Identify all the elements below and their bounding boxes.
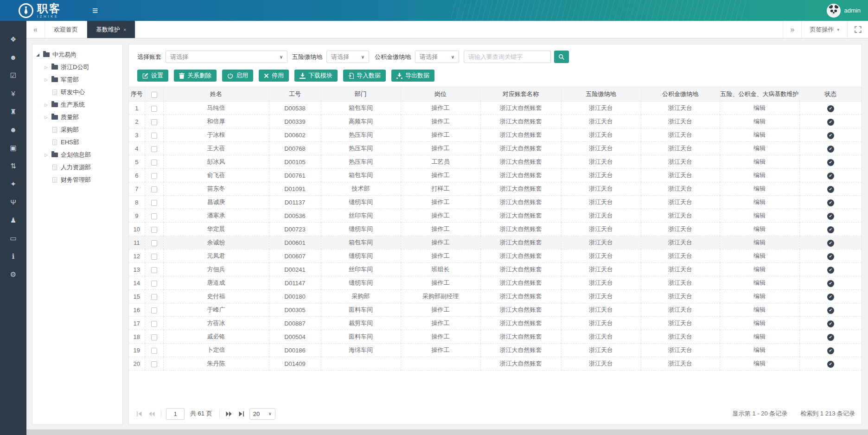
cell-edit-link[interactable]: 编辑 (720, 142, 799, 155)
last-page-icon[interactable] (237, 409, 246, 418)
row-checkbox[interactable] (151, 334, 157, 340)
row-checkbox[interactable] (151, 213, 157, 219)
row-checkbox[interactable] (151, 348, 157, 354)
table-row[interactable]: 13方佃兵D00241丝印车间班组长浙江大自然账套浙江天台浙江天台编辑✔ (129, 263, 862, 276)
tree-caret-icon[interactable]: ▷ (45, 153, 51, 157)
page-number-input[interactable]: 1 (166, 408, 185, 420)
import-data-button[interactable]: 导入数据 (343, 70, 386, 82)
devices-icon[interactable]: ▭ (0, 229, 26, 247)
export-data-button[interactable]: 导出数据 (391, 70, 434, 82)
tree-node[interactable]: 财务管理部 (36, 173, 119, 186)
row-checkbox[interactable] (151, 307, 157, 313)
cell-edit-link[interactable]: 编辑 (720, 303, 799, 317)
tabs-scroll-left-icon[interactable]: « (26, 21, 45, 38)
search-button[interactable] (554, 51, 569, 63)
tree-node[interactable]: ▷军需部 (36, 73, 119, 86)
first-page-icon[interactable] (134, 409, 144, 418)
cell-edit-link[interactable]: 编辑 (720, 182, 799, 196)
table-row[interactable]: 5彭冰风D00105热压车间工艺员浙江大自然账套浙江天台浙江天台编辑✔ (129, 155, 862, 169)
table-row[interactable]: 19卜定倍D00186海绵车间操作工浙江大自然账套浙江天台浙江天台编辑✔ (129, 344, 862, 357)
next-page-icon[interactable] (224, 409, 234, 418)
table-row[interactable]: 4王大蓓D00768热压车间操作工浙江大自然账套浙江天台浙江天台编辑✔ (129, 142, 862, 155)
table-row[interactable]: 18戚必铬D00504面料车间操作工浙江大自然账套浙江天台浙江天台编辑✔ (129, 330, 862, 344)
enable-button[interactable]: 启用 (222, 70, 253, 82)
settings-button[interactable]: 设置 (137, 70, 168, 82)
row-checkbox[interactable] (151, 200, 157, 206)
tree-node[interactable]: 采购部 (36, 123, 119, 136)
cell-edit-link[interactable]: 编辑 (720, 276, 799, 290)
cell-edit-link[interactable]: 编辑 (720, 223, 799, 236)
tabs-scroll-right-icon[interactable]: » (783, 21, 801, 38)
table-row[interactable]: 2和倍厚D00339高频车间操作工浙江大自然账套浙江天台浙江天台编辑✔ (129, 115, 862, 128)
row-checkbox[interactable] (151, 119, 157, 125)
row-checkbox[interactable] (151, 240, 157, 246)
tree-node[interactable]: EHS部 (36, 136, 119, 148)
row-checkbox[interactable] (151, 133, 157, 139)
select-all-checkbox[interactable] (151, 92, 157, 98)
cell-edit-link[interactable]: 编辑 (720, 249, 799, 263)
table-row[interactable]: 9潘寒承D00536丝印车间操作工浙江大自然账套浙江天台浙江天台编辑✔ (129, 209, 862, 223)
tree-caret-icon[interactable]: ▷ (45, 77, 51, 82)
briefcase-icon[interactable]: ▣ (0, 139, 26, 157)
cell-edit-link[interactable]: 编辑 (720, 155, 799, 169)
table-row[interactable]: 17方蓓冰D00887裁剪车间操作工浙江大自然账套浙江天台浙江天台编辑✔ (129, 317, 862, 330)
cell-edit-link[interactable]: 编辑 (720, 330, 799, 344)
cell-edit-link[interactable]: 编辑 (720, 102, 799, 115)
tree-node[interactable]: 人力资源部 (36, 161, 119, 173)
tree-node[interactable]: ◢中元易尚 (36, 48, 119, 61)
cell-edit-link[interactable]: 编辑 (720, 169, 799, 182)
row-checkbox[interactable] (151, 321, 157, 327)
row-checkbox[interactable] (151, 281, 157, 287)
tree-node[interactable]: ▷浙江D公司 (36, 61, 119, 73)
training-icon[interactable]: ✦ (0, 175, 26, 193)
row-checkbox[interactable] (151, 173, 157, 179)
cell-edit-link[interactable]: 编辑 (720, 290, 799, 303)
table-row[interactable]: 8昌诚庚D01137缝纫车间操作工浙江大自然账套浙江天台浙江天台编辑✔ (129, 196, 862, 209)
tree-node[interactable]: ▷质量部 (36, 111, 119, 123)
profile-icon[interactable]: ♟ (0, 211, 26, 229)
close-icon[interactable]: × (123, 27, 126, 32)
modules-icon[interactable]: ❖ (0, 30, 26, 48)
tree-caret-icon[interactable]: ▷ (45, 102, 51, 107)
keyword-search-input[interactable] (464, 51, 551, 63)
tab-1[interactable]: 欢迎首页 (45, 21, 87, 38)
table-row[interactable]: 10华定晨D00723缝纫车间操作工浙江大自然账套浙江天台浙江天台编辑✔ (129, 223, 862, 236)
cell-edit-link[interactable]: 编辑 (720, 357, 799, 371)
row-checkbox[interactable] (151, 361, 157, 367)
row-checkbox[interactable] (151, 106, 157, 112)
row-checkbox[interactable] (151, 227, 157, 233)
row-checkbox[interactable] (151, 294, 157, 300)
org-icon[interactable]: Ψ (0, 193, 26, 211)
salary-icon[interactable]: ¥ (0, 84, 26, 102)
table-row[interactable]: 11余诚纷D00601箱包车间操作工浙江大自然账套浙江天台浙江天台编辑✔ (129, 236, 862, 249)
cell-edit-link[interactable]: 编辑 (720, 209, 799, 223)
cell-edit-link[interactable]: 编辑 (720, 263, 799, 276)
tree-node[interactable]: ▷生产系统 (36, 98, 119, 111)
tree-node[interactable]: 研发中心 (36, 86, 119, 98)
info-icon[interactable]: ℹ (0, 247, 26, 265)
row-checkbox[interactable] (151, 160, 157, 166)
insurance-place-select[interactable]: 请选择∨ (326, 51, 369, 63)
row-checkbox[interactable] (151, 254, 157, 260)
cell-edit-link[interactable]: 编辑 (720, 115, 799, 128)
team-icon[interactable]: ☻ (0, 121, 26, 139)
insurance-icon[interactable]: ♜ (0, 102, 26, 121)
attendance-icon[interactable]: ⇅ (0, 157, 26, 175)
table-row[interactable]: 1马纯倍D00538箱包车间操作工浙江大自然账套浙江天台浙江天台编辑✔ (129, 102, 862, 115)
tree-caret-icon[interactable]: ▷ (45, 115, 51, 120)
cell-edit-link[interactable]: 编辑 (720, 344, 799, 357)
table-row[interactable]: 7苗东冬D01091技术部打样工浙江大自然账套浙江天台浙江天台编辑✔ (129, 182, 862, 196)
approvals-icon[interactable]: ☑ (0, 66, 26, 84)
user-menu[interactable]: admin (827, 4, 868, 18)
row-checkbox[interactable] (151, 186, 157, 192)
download-template-button[interactable]: 下载模块 (294, 70, 338, 82)
table-row[interactable]: 15史付福D00180采购部采购部副经理浙江大自然账套浙江天台浙江天台编辑✔ (129, 290, 862, 303)
cell-edit-link[interactable]: 编辑 (720, 236, 799, 249)
tree-caret-icon[interactable]: ▷ (45, 65, 51, 70)
account-select[interactable]: 请选择∨ (166, 51, 287, 63)
settings-icon[interactable]: ⚙ (0, 265, 26, 283)
tab-operations-dropdown[interactable]: 页签操作 ▾ (801, 21, 847, 38)
cell-edit-link[interactable]: 编辑 (720, 317, 799, 330)
table-row[interactable]: 16于峰广D00305面料车间操作工浙江大自然账套浙江天台浙江天台编辑✔ (129, 303, 862, 317)
table-row[interactable]: 3于冰根D00602热压车间操作工浙江大自然账套浙江天台浙江天台编辑✔ (129, 128, 862, 142)
